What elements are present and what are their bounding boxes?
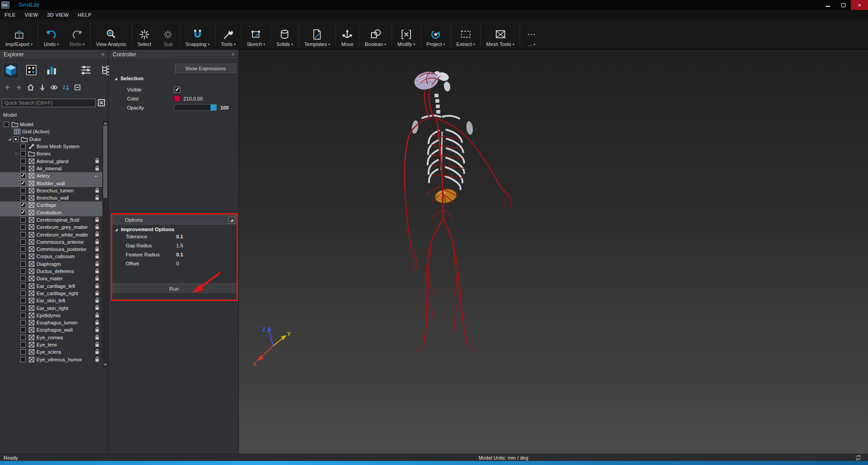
tree-item-bones[interactable]: ▷Bones	[0, 150, 103, 157]
tree-item-adrenal-gland[interactable]: Adrenal_gland	[0, 157, 103, 164]
show-expressions-button[interactable]: Show Expressions	[175, 64, 236, 73]
visibility-checkbox[interactable]	[20, 291, 26, 296]
toolbar-solids-button[interactable]: Solids▾	[271, 20, 298, 49]
tree-item-bladder-wall[interactable]: Bladder_wall	[0, 179, 103, 187]
toolbar-item-button[interactable]: ...▾	[520, 20, 543, 49]
option-row-feature-radius[interactable]: Feature Radius0.1	[111, 250, 237, 259]
tree-item-eye-cornea[interactable]: Eye_cornea	[0, 334, 103, 341]
visibility-checkbox[interactable]	[4, 122, 9, 127]
analysis-view-button[interactable]	[43, 63, 59, 79]
option-row-gap-radius[interactable]: Gap Radius1.5	[111, 241, 237, 250]
tree-item-eye-sclera[interactable]: Eye_sclera	[0, 348, 103, 356]
run-button[interactable]: Run	[111, 283, 237, 294]
tree-item-commissura-posterior[interactable]: Commissura_posterior	[0, 246, 103, 253]
eye-button[interactable]	[50, 84, 58, 92]
tree-item-duke[interactable]: ◢Duke	[0, 136, 103, 143]
tree-item-corpus-callosum[interactable]: Corpus_callosum	[0, 253, 103, 260]
visibility-checkbox[interactable]	[20, 283, 26, 289]
toolbar-move-button[interactable]: Move	[336, 20, 359, 49]
sort-z-button[interactable]: Z	[62, 84, 70, 92]
visibility-checkbox[interactable]	[20, 335, 26, 340]
chevron-down-icon[interactable]: ▾	[57, 42, 59, 46]
down-arrow-button[interactable]	[38, 84, 46, 92]
chevron-down-icon[interactable]: ▾	[263, 42, 265, 46]
toolbar-view-analysis-button[interactable]: View Analysis	[91, 20, 132, 49]
option-value[interactable]: 0.1	[176, 252, 183, 257]
viewport-3d[interactable]: Z Y X	[239, 50, 868, 454]
scroll-down-icon[interactable]	[104, 364, 107, 366]
option-row-tolerance[interactable]: Tolerance0.1	[111, 232, 237, 241]
visibility-checkbox[interactable]	[20, 320, 26, 325]
visibility-checkbox[interactable]	[20, 349, 26, 355]
toolbar-imp-export-button[interactable]: Imp/Export▾	[0, 20, 38, 49]
visibility-checkbox[interactable]	[20, 269, 26, 274]
color-swatch[interactable]	[174, 95, 181, 102]
tree-item-eye-vitreous-humor[interactable]: Eye_vitreous_humor	[0, 356, 103, 363]
options-section-header[interactable]: Options ◢	[111, 215, 237, 224]
options-collapse-button[interactable]: ◢	[228, 216, 235, 223]
back-button[interactable]	[3, 84, 11, 92]
visibility-checkbox[interactable]	[20, 151, 26, 156]
tree-item-bronchus-wall[interactable]: Bronchus_wall	[0, 194, 103, 201]
toolbar-mesh-tools-button[interactable]: Mesh Tools▾	[481, 20, 520, 49]
improvement-options-header[interactable]: ◢ Improvement Options	[111, 227, 237, 232]
tree-item-bronchus-lumen[interactable]: Bronchus_lumen	[0, 187, 103, 194]
tree-item-cerebrospinal-fluid[interactable]: Cerebrospinal_fluid	[0, 216, 103, 223]
visibility-checkbox[interactable]	[20, 305, 26, 311]
visibility-checkbox[interactable]	[20, 195, 26, 201]
forward-button[interactable]	[15, 84, 23, 92]
visibility-checkbox[interactable]	[20, 224, 26, 230]
explorer-close-icon[interactable]: ×	[101, 51, 105, 57]
expander-open-icon[interactable]: ◢	[6, 137, 13, 141]
tree-item-esophagus-lumen[interactable]: Esophagus_lumen	[0, 319, 103, 326]
visibility-checkbox[interactable]	[20, 298, 26, 303]
chevron-down-icon[interactable]: ▾	[328, 42, 330, 46]
chevron-down-icon[interactable]: ▾	[234, 42, 236, 46]
visibility-checkbox[interactable]	[20, 327, 26, 333]
chevron-down-icon[interactable]: ▾	[443, 42, 445, 46]
tree-item-ear-cartilage-left[interactable]: Ear_cartilage_left	[0, 283, 103, 290]
tree-item-ear-skin-right[interactable]: Ear_skin_right	[0, 304, 103, 311]
chevron-down-icon[interactable]: ▾	[384, 42, 386, 46]
toolbar-redo-button[interactable]: Redo▾	[64, 20, 90, 49]
tree-item-dura-mater[interactable]: Dura_mater	[0, 275, 103, 282]
close-button[interactable]: ×	[851, 0, 868, 10]
tree-item-cerebrum-white-matte[interactable]: Cerebrum_white_matte	[0, 231, 103, 238]
tree-item-ductus-deferens[interactable]: Ductus_deferens	[0, 268, 103, 275]
visibility-checkbox[interactable]	[20, 246, 26, 252]
toolbar-modify-button[interactable]: Modify▾	[392, 20, 420, 49]
visibility-checkbox[interactable]	[20, 159, 26, 164]
toolbar-select-button[interactable]: Select	[132, 20, 157, 49]
toolbar-boolean-button[interactable]: Boolean▾	[359, 20, 391, 49]
visibility-checkbox[interactable]	[20, 188, 26, 193]
chevron-down-icon[interactable]: ▾	[208, 42, 210, 46]
visibility-checkbox[interactable]	[20, 276, 26, 281]
chevron-down-icon[interactable]: ▾	[473, 42, 475, 46]
visibility-checkbox[interactable]	[20, 210, 26, 215]
tree-scrollbar[interactable]	[102, 121, 108, 367]
model-view-button[interactable]	[3, 63, 19, 79]
visibility-checkbox[interactable]	[20, 202, 26, 208]
visibility-checkbox[interactable]	[20, 166, 26, 171]
option-value[interactable]: 1.5	[176, 243, 183, 248]
toolbar-sketch-button[interactable]: Sketch▾	[242, 20, 271, 49]
menu-view[interactable]: VIEW	[20, 12, 43, 18]
visibility-checkbox[interactable]	[20, 261, 26, 267]
tree-item-diaphragm[interactable]: Diaphragm	[0, 260, 103, 268]
tree-item-ear-cartilage-right[interactable]: Ear_cartilage_right	[0, 290, 103, 297]
opacity-slider[interactable]	[174, 104, 217, 111]
tree-item-ear-skin-left[interactable]: Ear_skin_left	[0, 297, 103, 304]
tree-item-grid-active[interactable]: Grid (Active)	[0, 128, 103, 135]
option-row-offset[interactable]: Offset0	[111, 259, 237, 268]
tree-item-commissura-anterior[interactable]: Commissura_anterior	[0, 238, 103, 246]
tree-item-air-internal[interactable]: Air_internal	[0, 165, 103, 172]
visibility-checkbox[interactable]	[20, 313, 26, 318]
opacity-slider-handle[interactable]	[210, 105, 216, 110]
visibility-checkbox[interactable]	[20, 232, 26, 237]
scroll-up-icon[interactable]	[104, 122, 107, 124]
tree-item-model[interactable]: Model	[0, 121, 103, 128]
toolbar-undo-button[interactable]: Undo▾	[38, 20, 64, 49]
visibility-checkbox[interactable]	[20, 217, 26, 223]
toolbar-templates-button[interactable]: Templates▾	[299, 20, 335, 49]
tree-item-cerebellum[interactable]: Cerebellum	[0, 209, 103, 216]
